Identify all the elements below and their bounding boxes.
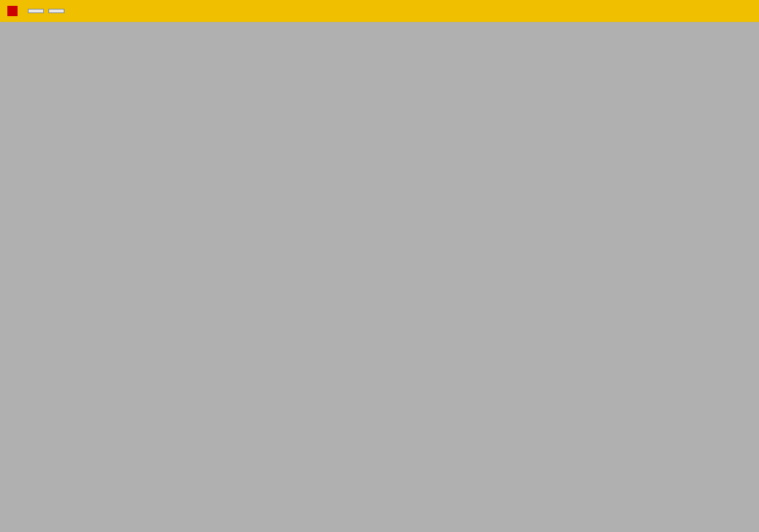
connection-lines <box>0 22 759 532</box>
zoom-out-button[interactable] <box>48 9 64 13</box>
canvas <box>0 22 759 532</box>
zoom-in-button[interactable] <box>28 9 44 13</box>
toolbar <box>0 0 759 22</box>
plan-color-box <box>7 6 18 16</box>
plan-indicator <box>7 6 21 16</box>
